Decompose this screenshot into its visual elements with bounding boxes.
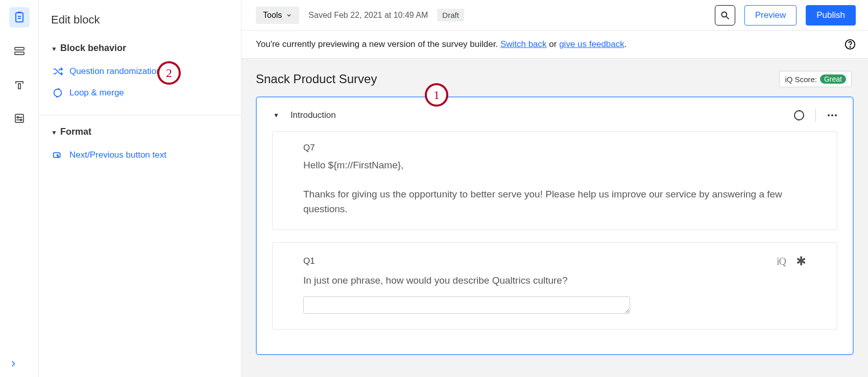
question-q7[interactable]: Q7 Hello ${m://FirstName}, Thanks for gi… [272,131,837,230]
nav-button-text-link[interactable]: Next/Previous button text [51,144,229,166]
icon-rail [0,0,39,377]
svg-rect-4 [15,52,24,55]
annotation-2: 2 [157,61,181,85]
svg-rect-5 [18,84,20,89]
question-text[interactable]: Hello ${m://FirstName}, Thanks for givin… [303,158,806,216]
preview-notice: You're currently previewing a new versio… [242,31,868,59]
svg-point-18 [828,114,830,116]
link-label: Loop & merge [69,88,124,98]
search-button[interactable] [715,5,735,26]
caret-down-icon: ▼ [51,45,57,53]
divider [39,115,241,115]
chevron-down-icon [286,12,292,18]
loop-sync-icon[interactable] [793,109,805,121]
link-label: Question randomization [69,66,161,77]
feedback-link[interactable]: give us feedback [559,39,624,49]
divider [815,109,816,122]
svg-point-13 [721,12,727,17]
svg-point-20 [835,114,837,116]
caret-down-icon: ▼ [51,129,57,136]
link-label: Next/Previous button text [69,150,166,160]
rail-layout-icon[interactable] [9,41,30,61]
iq-score-box[interactable]: iQ Score: Great [779,71,852,87]
search-icon [720,10,730,20]
preview-button[interactable]: Preview [744,5,797,26]
question-block[interactable]: ▼ Introduction Q7 Hello ${m://FirstName}… [256,96,854,355]
svg-rect-6 [15,114,23,122]
svg-line-14 [726,16,729,19]
rail-options-icon[interactable] [9,108,30,129]
caret-down-icon[interactable]: ▼ [273,112,279,119]
section-heading: Format [60,127,91,137]
svg-point-17 [794,111,804,120]
loop-merge-link[interactable]: Loop & merge [51,82,229,104]
svg-rect-3 [15,47,24,50]
switch-back-link[interactable]: Switch back [500,39,547,49]
iq-value-pill: Great [820,74,846,84]
question-text[interactable]: In just one phrase, how would you descri… [303,273,806,288]
text-entry-input[interactable] [303,296,630,314]
more-options-icon[interactable] [826,109,838,121]
required-star-icon[interactable]: ✱ [796,254,806,268]
svg-point-19 [831,114,833,116]
iq-label: iQ Score: [785,75,817,84]
survey-header: Snack Product Survey iQ Score: Great [256,71,854,87]
section-format[interactable]: ▼ Format [51,127,229,137]
block-title[interactable]: Introduction [291,110,336,120]
question-randomization-link[interactable]: Question randomization [51,61,229,82]
rail-theme-icon[interactable] [9,74,30,95]
saved-timestamp: Saved Feb 22, 2021 at 10:49 AM [308,11,428,20]
survey-canvas: Snack Product Survey iQ Score: Great ▼ I… [242,59,868,377]
question-number: Q7 [303,143,806,153]
svg-point-16 [850,46,850,47]
edit-block-panel: Edit block ▼ Block behavior Question ran… [39,0,242,377]
rail-expand-icon[interactable] [8,359,18,371]
svg-rect-0 [16,13,23,22]
notice-text: You're currently previewing a new versio… [256,39,500,49]
main-area: Tools Saved Feb 22, 2021 at 10:49 AM Dra… [242,0,868,377]
button-label: Tools [263,11,282,20]
annotation-1: 1 [425,83,448,107]
help-icon[interactable] [845,39,856,50]
tools-menu-button[interactable]: Tools [256,7,299,24]
survey-title[interactable]: Snack Product Survey [256,72,377,86]
svg-point-11 [54,89,62,97]
draft-badge: Draft [437,9,464,21]
section-heading: Block behavior [60,43,126,54]
block-header: ▼ Introduction [266,107,843,131]
section-block-behavior[interactable]: ▼ Block behavior [51,43,229,54]
iq-icon[interactable]: iQ [777,256,786,267]
question-number: Q1 [303,256,315,266]
publish-button[interactable]: Publish [806,5,856,26]
panel-title: Edit block [51,13,229,27]
question-q1[interactable]: Q1 iQ ✱ In just one phrase, how would yo… [272,242,837,330]
rail-edit-block-icon[interactable] [9,7,30,28]
topbar: Tools Saved Feb 22, 2021 at 10:49 AM Dra… [242,0,868,31]
